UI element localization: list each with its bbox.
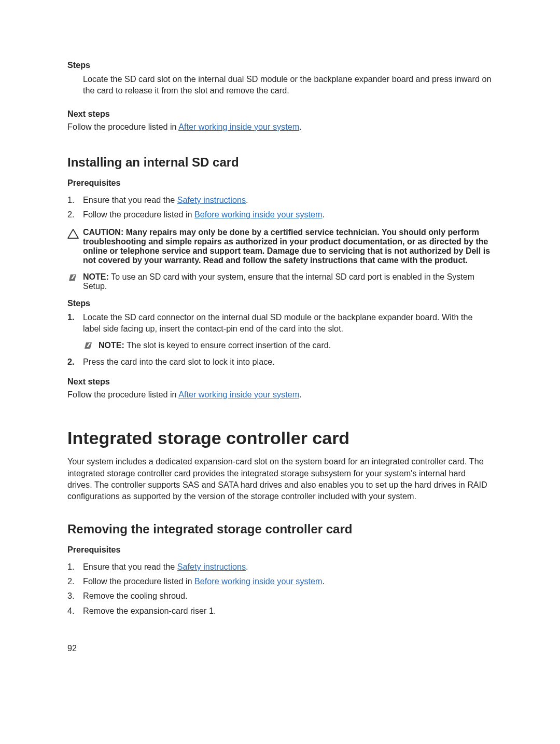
list-item: 2. Press the card into the card slot to … <box>67 356 493 367</box>
integrated-storage-paragraph: Your system includes a dedicated expansi… <box>67 456 493 502</box>
steps-heading: Steps <box>67 298 493 308</box>
prerequisites-list: 1. Ensure that you read the Safety instr… <box>67 194 493 221</box>
steps-list: 1. Locate the SD card connector on the i… <box>67 311 493 335</box>
list-item: 1. Locate the SD card connector on the i… <box>67 311 493 335</box>
before-working-link[interactable]: Before working inside your system <box>194 576 323 586</box>
step-note-callout: NOTE: The slot is keyed to ensure correc… <box>67 341 493 352</box>
list-item: 2. Follow the procedure listed in Before… <box>67 575 493 587</box>
next-steps-heading: Next steps <box>67 109 493 119</box>
list-item: 4. Remove the expansion-card riser 1. <box>67 605 493 616</box>
note-text: NOTE: To use an SD card with your system… <box>83 272 493 291</box>
caution-callout: CAUTION: Many repairs may only be done b… <box>67 228 493 265</box>
step-note-text: NOTE: The slot is keyed to ensure correc… <box>99 341 493 352</box>
caution-icon <box>67 228 83 265</box>
note-icon <box>83 341 99 352</box>
next-steps-heading: Next steps <box>67 377 493 387</box>
steps-list: 2. Press the card into the card slot to … <box>67 356 493 367</box>
prerequisites-list: 1. Ensure that you read the Safety instr… <box>67 561 493 616</box>
list-item: 3. Remove the cooling shroud. <box>67 590 493 601</box>
steps-heading: Steps <box>67 60 493 70</box>
after-working-link[interactable]: After working inside your system <box>178 390 299 399</box>
before-working-link[interactable]: Before working inside your system <box>194 210 323 219</box>
page-number: 92 <box>67 643 493 653</box>
prerequisites-heading: Prerequisites <box>67 178 493 188</box>
note-callout: NOTE: To use an SD card with your system… <box>67 272 493 291</box>
safety-instructions-link[interactable]: Safety instructions <box>177 195 246 204</box>
next-steps-text: Follow the procedure listed in After wor… <box>67 121 493 132</box>
list-item: 1. Ensure that you read the Safety instr… <box>67 561 493 572</box>
list-item: 1. Ensure that you read the Safety instr… <box>67 194 493 205</box>
installing-sd-card-heading: Installing an internal SD card <box>67 155 493 170</box>
list-item: 2. Follow the procedure listed in Before… <box>67 209 493 220</box>
next-steps-text: Follow the procedure listed in After wor… <box>67 389 493 400</box>
removing-isc-heading: Removing the integrated storage controll… <box>67 522 493 536</box>
svg-marker-0 <box>68 229 78 238</box>
prerequisites-heading: Prerequisites <box>67 545 493 555</box>
safety-instructions-link[interactable]: Safety instructions <box>177 562 246 571</box>
caution-text: CAUTION: Many repairs may only be done b… <box>83 228 493 265</box>
steps-body: Locate the SD card slot on the internal … <box>67 73 493 97</box>
note-icon <box>67 272 83 291</box>
integrated-storage-heading: Integrated storage controller card <box>67 428 493 448</box>
after-working-link[interactable]: After working inside your system <box>178 122 299 131</box>
